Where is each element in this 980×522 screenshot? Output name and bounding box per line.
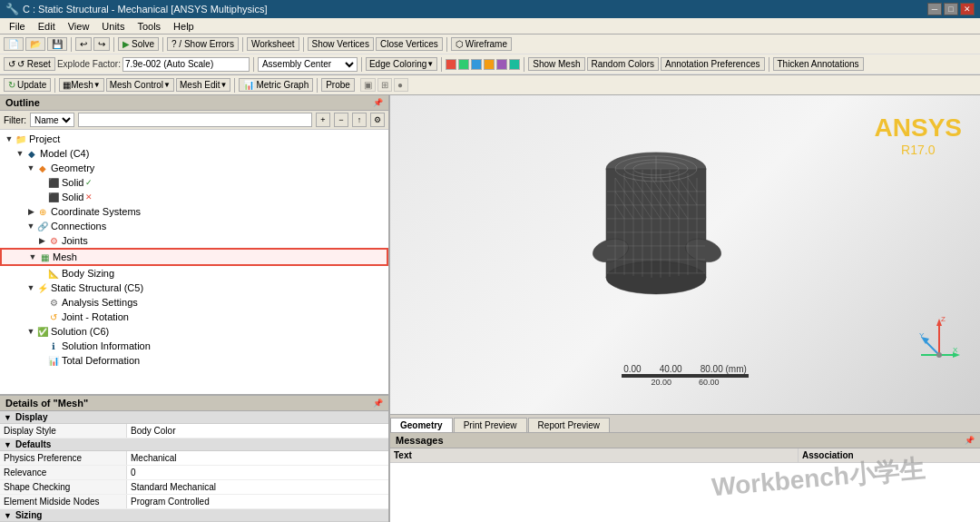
tree-item-solution[interactable]: ▼ ✅ Solution (C6): [0, 324, 388, 339]
sep12: [54, 78, 55, 93]
mesh-control-dropdown[interactable]: Mesh Control ▼: [106, 78, 174, 92]
color-swatch-purple[interactable]: [496, 59, 507, 70]
tab-print-preview[interactable]: Print Preview: [454, 418, 527, 432]
element-midside-val[interactable]: Program Controlled: [127, 495, 388, 508]
tree-item-project[interactable]: ▼ 📁 Project: [0, 132, 388, 146]
worksheet-button[interactable]: Worksheet: [247, 37, 299, 51]
shape-val[interactable]: Standard Mechanical: [127, 480, 388, 494]
show-errors-button[interactable]: ? / Show Errors: [167, 37, 239, 51]
mesh-dropdown[interactable]: ▦ Mesh ▼: [59, 78, 103, 92]
display-collapse-btn[interactable]: ▼: [4, 413, 12, 422]
ansys-logo: ANSYS R17.0: [875, 113, 962, 157]
toolbar-icon-5[interactable]: ↪: [93, 37, 110, 51]
tree-item-mesh[interactable]: ▼ ▦ Mesh: [0, 248, 388, 266]
color-swatch-teal[interactable]: [509, 59, 520, 70]
tab-geometry[interactable]: Geometry: [390, 418, 453, 432]
toggle-static[interactable]: ▼: [25, 282, 36, 293]
color-swatch-red[interactable]: [446, 59, 456, 70]
menu-edit[interactable]: Edit: [33, 20, 61, 33]
close-button[interactable]: ✕: [960, 3, 975, 15]
mesh-edit-dropdown[interactable]: Mesh Edit ▼: [176, 78, 230, 92]
relevance-val[interactable]: 0: [127, 466, 388, 479]
probe-opt-1[interactable]: ▣: [360, 78, 376, 92]
toggle-project[interactable]: ▼: [4, 133, 15, 144]
toggle-model[interactable]: ▼: [15, 148, 25, 159]
color-swatch-yellow[interactable]: [484, 59, 495, 70]
tree-item-geometry[interactable]: ▼ ◆ Geometry: [0, 161, 388, 175]
edge-coloring-dropdown[interactable]: Edge Coloring ▼: [366, 57, 437, 71]
tree-item-body-sizing[interactable]: ▶ 📐 Body Sizing: [0, 266, 388, 281]
filter-input[interactable]: [78, 113, 312, 127]
toggle-mesh[interactable]: ▼: [27, 251, 38, 262]
solve-button[interactable]: ▶ Solve: [118, 37, 159, 51]
annotation-prefs-button[interactable]: Annotation Preferences: [661, 57, 765, 71]
reset-button[interactable]: ↺ ↺ Reset: [4, 57, 55, 71]
explode-factor-input[interactable]: [122, 57, 250, 72]
section-display[interactable]: ▼ Display: [0, 411, 388, 424]
show-vertices-button[interactable]: Show Vertices: [308, 37, 374, 51]
probe-label: Probe: [326, 80, 350, 90]
tree-item-joints[interactable]: ▶ ⚙ Joints: [0, 233, 388, 248]
tree-item-solid2[interactable]: ▶ ⬛ Solid ✕: [0, 190, 388, 204]
section-sizing[interactable]: ▼ Sizing: [0, 509, 388, 522]
metric-graph-button[interactable]: 📊 Metric Graph: [239, 78, 313, 92]
probe-opt-2[interactable]: ⊞: [377, 78, 392, 92]
menu-file[interactable]: File: [4, 20, 31, 33]
mesh-update-button[interactable]: ↻ Update: [4, 78, 51, 92]
outline-settings-btn[interactable]: ⚙: [370, 113, 385, 127]
tab-report-preview[interactable]: Report Preview: [528, 418, 610, 432]
random-colors-button[interactable]: Random Colors: [587, 57, 659, 71]
viewport-3d[interactable]: ANSYS R17.0: [390, 95, 980, 414]
display-style-val[interactable]: Body Color: [127, 424, 388, 438]
toolbar-icon-3[interactable]: 💾: [47, 37, 67, 51]
window-controls[interactable]: ─ □ ✕: [927, 3, 975, 15]
section-defaults-label: Defaults: [15, 439, 51, 449]
wireframe-button[interactable]: ⬡ Wireframe: [451, 37, 512, 51]
details-row-shape: Shape Checking Standard Mechanical: [0, 480, 388, 495]
toolbar-icon-2[interactable]: 📂: [25, 37, 45, 51]
tree-item-static-structural[interactable]: ▼ ⚡ Static Structural (C5): [0, 281, 388, 295]
menu-help[interactable]: Help: [168, 20, 200, 33]
toggle-coord[interactable]: ▶: [25, 206, 36, 217]
minimize-button[interactable]: ─: [927, 3, 942, 15]
menu-units[interactable]: Units: [96, 20, 130, 33]
outline-expand-btn[interactable]: +: [316, 113, 330, 127]
menu-view[interactable]: View: [63, 20, 95, 33]
section-defaults[interactable]: ▼ Defaults: [0, 438, 388, 451]
details-pin-icon[interactable]: 📌: [373, 399, 383, 408]
tree-item-model[interactable]: ▼ ◆ Model (C4): [0, 146, 388, 161]
pin-icon[interactable]: 📌: [373, 98, 383, 107]
tree-item-solid1[interactable]: ▶ ⬛ Solid ✓: [0, 175, 388, 190]
maximize-button[interactable]: □: [944, 3, 958, 15]
tree-item-analysis-settings[interactable]: ▶ ⚙ Analysis Settings: [0, 295, 388, 310]
axes-svg: Z X Y: [916, 314, 962, 359]
color-swatch-blue[interactable]: [471, 59, 482, 70]
toggle-geometry[interactable]: ▼: [25, 163, 36, 173]
show-mesh-button[interactable]: Show Mesh: [528, 57, 584, 71]
solid2-icon: ⬛: [47, 191, 60, 203]
toolbar-icon-4[interactable]: ↩: [75, 37, 92, 51]
defaults-collapse-btn[interactable]: ▼: [4, 440, 12, 449]
probe-button[interactable]: Probe: [321, 78, 355, 92]
color-swatch-green[interactable]: [458, 59, 469, 70]
menu-tools[interactable]: Tools: [132, 20, 166, 33]
toggle-solution[interactable]: ▼: [25, 326, 36, 337]
tree-item-connections[interactable]: ▼ 🔗 Connections: [0, 219, 388, 233]
tree-item-joint-rotation[interactable]: ▶ ↺ Joint - Rotation: [0, 310, 388, 324]
toggle-joints[interactable]: ▶: [36, 235, 47, 246]
outline-up-btn[interactable]: ↑: [352, 113, 367, 127]
physics-val[interactable]: Mechanical: [127, 451, 388, 465]
tree-item-coord[interactable]: ▶ ⊕ Coordinate Systems: [0, 204, 388, 219]
sizing-collapse-btn[interactable]: ▼: [4, 511, 12, 520]
filter-select[interactable]: Name: [30, 113, 74, 127]
toggle-connections[interactable]: ▼: [25, 221, 36, 231]
tree-item-solution-info[interactable]: ▶ ℹ Solution Information: [0, 339, 388, 353]
messages-pin-icon[interactable]: 📌: [965, 436, 975, 445]
close-vertices-button[interactable]: Close Vertices: [376, 37, 443, 51]
thicken-annotations-button[interactable]: Thicken Annotations: [773, 57, 864, 71]
probe-opt-3[interactable]: ●: [394, 78, 408, 92]
outline-collapse-btn[interactable]: −: [334, 113, 348, 127]
assembly-center-select[interactable]: Assembly Center: [258, 57, 358, 72]
tree-item-total-deformation[interactable]: ▶ 📊 Total Deformation: [0, 353, 388, 368]
toolbar-icon-1[interactable]: 📄: [4, 37, 24, 51]
